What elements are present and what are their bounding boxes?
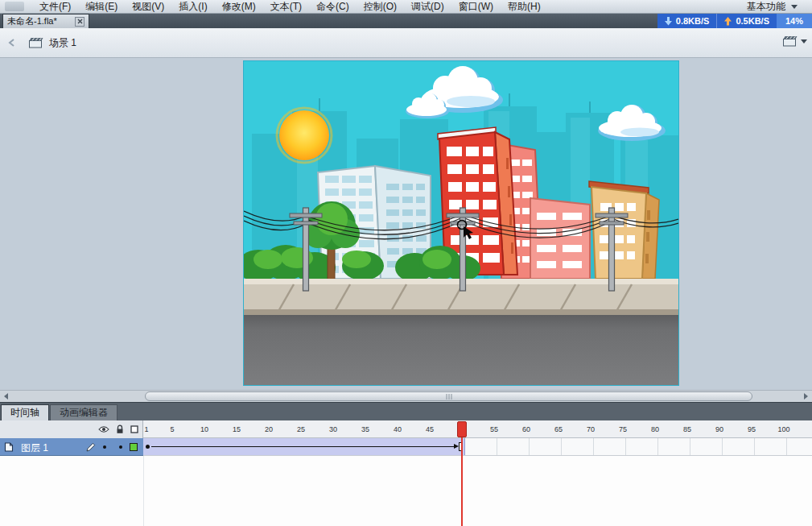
menu-item-2[interactable]: 视图(V) <box>125 0 171 13</box>
frame-number-75[interactable]: 75 <box>619 425 627 433</box>
breadcrumb[interactable]: 场景 1 <box>29 36 76 50</box>
frame-number-60[interactable]: 60 <box>522 425 530 433</box>
menu-item-6[interactable]: 命令(C) <box>309 0 357 13</box>
scene-label: 场景 1 <box>49 36 76 50</box>
frame-number-70[interactable]: 70 <box>587 425 595 433</box>
workspace-label: 基本功能 <box>747 0 785 14</box>
download-value: 0.8KB/S <box>676 16 710 26</box>
tab-close-button[interactable] <box>75 17 84 27</box>
lock-column-icon[interactable] <box>116 425 124 434</box>
scrollbar-grip-icon <box>446 394 451 400</box>
menu-item-1[interactable]: 编辑(E) <box>78 0 125 13</box>
frame-number-85[interactable]: 85 <box>683 425 691 433</box>
tab-timeline[interactable]: 时间轴 <box>1 404 49 420</box>
frame-grid-line <box>786 438 787 455</box>
network-percent-badge: 14% <box>777 14 812 28</box>
keyframe-dot <box>146 445 150 449</box>
menu-item-4[interactable]: 修改(M) <box>215 0 263 13</box>
scroll-left-button[interactable] <box>0 391 12 402</box>
menu-item-5[interactable]: 文本(T) <box>263 0 309 13</box>
scene-clapperboard-icon <box>29 37 43 48</box>
tab-timeline-label: 时间轴 <box>10 406 39 420</box>
arrow-left-icon <box>4 393 8 400</box>
frame-number-55[interactable]: 55 <box>490 425 498 433</box>
sun <box>277 108 332 163</box>
stage-artwork <box>244 61 678 385</box>
document-tab[interactable]: 未命名-1.fla* <box>2 14 89 28</box>
layer-row[interactable]: 图层 1 <box>0 438 812 456</box>
playhead-marker[interactable] <box>457 421 467 437</box>
upload-speed: 0.5KB/S <box>717 14 777 28</box>
edit-bar: 场景 1 <box>0 28 812 58</box>
menu-item-0[interactable]: 文件(F) <box>32 0 78 13</box>
pencil-icon <box>86 442 96 452</box>
frame-grid-line <box>722 438 723 455</box>
frame-number-20[interactable]: 20 <box>265 425 273 433</box>
layer-lock-dot[interactable] <box>119 445 122 449</box>
frame-number-65[interactable]: 65 <box>554 425 563 433</box>
scrollbar-thumb[interactable] <box>145 391 752 401</box>
document-tab-title: 未命名-1.fla* <box>7 15 57 27</box>
layer-frame-strip[interactable] <box>143 438 812 456</box>
layer-item[interactable]: 图层 1 <box>0 438 143 456</box>
frame-number-40[interactable]: 40 <box>394 425 402 433</box>
frame-number-10[interactable]: 10 <box>200 425 208 433</box>
menu-item-8[interactable]: 调试(D) <box>404 0 451 13</box>
pasteboard[interactable] <box>0 58 812 390</box>
frame-grid-line <box>497 438 497 455</box>
timeline-empty-area <box>0 456 812 526</box>
upload-value: 0.5KB/S <box>736 16 769 26</box>
layer-type-icon <box>4 442 14 452</box>
frame-grid-line <box>690 438 690 455</box>
frame-number-5[interactable]: 5 <box>170 425 174 433</box>
chevron-down-icon <box>801 39 807 43</box>
edit-symbols-button[interactable] <box>783 35 807 47</box>
layer-header <box>0 420 143 438</box>
stage[interactable] <box>243 60 679 386</box>
network-monitor-overlay[interactable]: 0.8KB/S 0.5KB/S 14% <box>657 14 812 28</box>
frame-grid-line <box>561 438 562 455</box>
playhead-line[interactable] <box>461 422 463 526</box>
tween-span[interactable] <box>143 438 465 455</box>
horizontal-scrollbar[interactable] <box>0 390 812 402</box>
frame-number-1[interactable]: 1 <box>144 425 148 433</box>
layer-outline-swatch[interactable] <box>130 443 138 451</box>
percent-value: 14% <box>785 16 803 26</box>
timeline-panel: 1510152025303540455055606570758085909510… <box>0 420 812 526</box>
frame-number-35[interactable]: 35 <box>361 425 369 433</box>
layer-visibility-dot[interactable] <box>103 445 106 449</box>
menu-item-7[interactable]: 控制(O) <box>357 0 404 13</box>
download-speed: 0.8KB/S <box>657 14 717 28</box>
tween-arrow-line <box>151 446 454 447</box>
back-button[interactable] <box>8 39 16 47</box>
frame-number-30[interactable]: 30 <box>329 425 337 433</box>
frame-grid-line <box>754 438 755 455</box>
frame-number-25[interactable]: 25 <box>297 425 305 433</box>
layer-name: 图层 1 <box>21 441 48 455</box>
building-pink <box>530 198 590 279</box>
menu-items: 文件(F)编辑(E)视图(V)插入(I)修改(M)文本(T)命令(C)控制(O)… <box>32 0 548 13</box>
building-beige <box>589 181 659 279</box>
menu-item-9[interactable]: 窗口(W) <box>451 0 501 13</box>
outline-column-icon[interactable] <box>130 425 138 433</box>
frame-number-80[interactable]: 80 <box>651 425 659 433</box>
road <box>244 315 678 385</box>
frame-number-15[interactable]: 15 <box>233 425 241 433</box>
tab-motion-editor[interactable]: 动画编辑器 <box>50 404 117 420</box>
frame-number-90[interactable]: 90 <box>715 425 723 433</box>
menu-item-10[interactable]: 帮助(H) <box>501 0 548 13</box>
workspace-switcher[interactable]: 基本功能 <box>747 0 798 14</box>
frame-grid-line <box>625 438 626 455</box>
frame-number-95[interactable]: 95 <box>748 425 756 433</box>
app-logo-icon <box>5 2 24 11</box>
show-hide-column-icon[interactable] <box>98 425 109 433</box>
frame-number-100[interactable]: 100 <box>777 425 789 433</box>
download-arrow-icon <box>665 17 672 26</box>
chevron-down-icon <box>791 5 798 9</box>
frame-grid-line <box>657 438 658 455</box>
scroll-right-button[interactable] <box>800 391 812 402</box>
column-divider <box>143 456 144 526</box>
menu-item-3[interactable]: 插入(I) <box>171 0 214 13</box>
edit-symbols-icon <box>783 35 798 47</box>
frame-number-45[interactable]: 45 <box>426 425 434 433</box>
